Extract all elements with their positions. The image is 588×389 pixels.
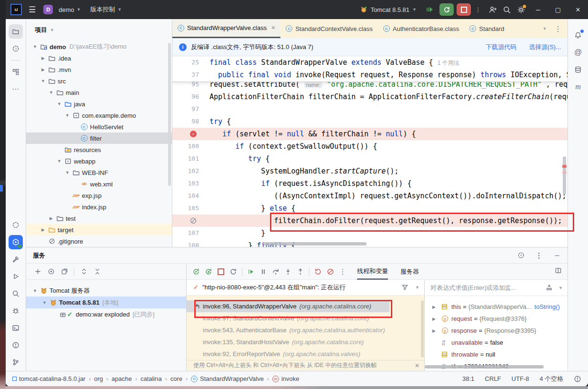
chevron-down-icon[interactable]: ▼ [415, 285, 419, 290]
tab-standardhostvalve-class[interactable]: CStandardHostValve.class [464, 19, 505, 38]
project-tree-item-webapp[interactable]: ▼webapp [26, 155, 172, 167]
tab-standardwrappervalve-class[interactable]: CStandardWrapperValve.class✕ [172, 19, 280, 38]
refresh-button[interactable] [228, 266, 239, 277]
line-number[interactable]: 102 [172, 165, 199, 177]
breadcrumb-standardwrappervalve[interactable]: CStandardWrapperValve [191, 375, 264, 382]
line-number[interactable]: 25 [172, 56, 199, 69]
code-area[interactable]: 95request.setAttribute( name: "org.apach… [172, 56, 568, 247]
filter-icon[interactable] [401, 284, 409, 291]
step-out-button[interactable] [295, 266, 306, 277]
resume-button[interactable] [245, 266, 257, 277]
service-tomcat-服务器[interactable]: ▼Tomcat 服务器 [26, 285, 186, 297]
breadcrumb-core[interactable]: core [170, 375, 182, 382]
main-menu-icon[interactable]: ☰ [29, 5, 36, 15]
settings-icon[interactable] [514, 3, 528, 16]
project-widget[interactable]: D demo ▼ [43, 5, 80, 14]
open-in-new-tab-button[interactable] [59, 266, 70, 277]
line-number[interactable]: 100 [172, 140, 199, 153]
expand-all-button[interactable] [78, 266, 90, 277]
project-tree-item-com-example-demo[interactable]: ▼com.example.demo [26, 110, 172, 121]
search-icon[interactable] [499, 3, 514, 16]
code-line-37[interactable]: 37 public final void invoke(Request requ… [172, 69, 568, 81]
project-tree-item-java[interactable]: ▼java [26, 98, 172, 110]
editor-horizontal-scrollbar[interactable] [263, 242, 367, 246]
chevron-open-icon[interactable]: ▼ [47, 90, 55, 95]
tool-project-folder[interactable] [9, 24, 23, 39]
project-tree-item-src[interactable]: ▼src [26, 75, 172, 87]
minimize-icon[interactable]: ─ [551, 250, 563, 261]
project-tree-item-web-inf[interactable]: ▼WEB-INF [26, 167, 172, 178]
frame-invoke-92-errorreportvalve[interactable]: invoke:92, ErrorReportValve (org.apache.… [187, 348, 424, 360]
chevron-open-icon[interactable]: ▼ [55, 102, 63, 106]
chevron-closed-icon[interactable]: ▶ [432, 328, 442, 333]
frame-invoke-97-standardcontextvalve[interactable]: invoke:97, StandardContextValve (org.apa… [187, 312, 424, 324]
line-number[interactable]: 104 [172, 190, 199, 202]
view-options-button[interactable] [45, 266, 57, 277]
editor-vertical-scrollbar[interactable] [563, 156, 566, 194]
muted-breakpoint-icon[interactable] [190, 217, 197, 224]
rerun-debug-button[interactable] [203, 266, 214, 277]
tool-more-horizontal[interactable]: ⋯ [9, 82, 23, 96]
pause-button[interactable] [258, 266, 269, 277]
run-config-widget[interactable]: Tomcat 8.5.81 ▼ [360, 6, 417, 13]
code-line-97[interactable]: 97 [172, 103, 568, 115]
code-line-96[interactable]: 96ApplicationFilterChain filterChain = A… [172, 91, 568, 103]
variable-request[interactable]: ▶prequest={Request@3376} [425, 313, 568, 325]
error-stripe-mark[interactable] [562, 172, 567, 174]
line-number[interactable]: 108 [172, 239, 199, 247]
tool-run[interactable] [9, 269, 23, 284]
project-tree-item-main[interactable]: ▼main [26, 87, 172, 98]
breakpoint-icon[interactable]: ✓ [190, 131, 197, 137]
chevron-closed-icon[interactable]: ▶ [47, 216, 55, 221]
frame-invoke-96-standardwrappervalve[interactable]: invoke:96, StandardWrapperValve (org.apa… [187, 300, 424, 312]
project-tree-item-mvn[interactable]: ▶.mvn [26, 64, 172, 75]
project-tree-item-exp-jsp[interactable]: JSPexp.jsp [26, 190, 172, 201]
project-tree-item-demo[interactable]: ▼demoD:\javaEE练习\demo [26, 41, 172, 52]
code-line-106[interactable]: filterChain.doFilter(request.getRequest(… [172, 215, 568, 227]
choose-sources-link[interactable]: 选择源(S)... [529, 43, 561, 51]
tostring-link[interactable]: toString() [534, 303, 559, 310]
line-number[interactable]: 98 [172, 115, 199, 128]
thread-row[interactable]: ✓ "http-nio-8080-exec-5"@2,443 在组"main":… [187, 280, 424, 296]
chevron-closed-icon[interactable]: ▶ [432, 305, 442, 309]
collapse-all-button[interactable] [91, 266, 103, 277]
close-tab-icon[interactable]: ✕ [271, 25, 275, 31]
tool-services[interactable] [9, 235, 23, 249]
tab-authenticatorbase-class[interactable]: CAuthenticatorBase.class [378, 19, 464, 38]
breadcrumb-tomcat-catalina-8-5-0-jar[interactable]: tomcat-catalina-8.5.0.jar [12, 375, 85, 382]
status-38-1[interactable]: 38:1 [462, 375, 474, 382]
tool-database[interactable] [571, 62, 585, 77]
code-line-100[interactable]: 100 if (context.getSwallowOutput()) { [172, 140, 568, 153]
close-icon[interactable]: ✕ [415, 362, 419, 369]
tool-problems[interactable] [9, 338, 23, 352]
variable-throwable[interactable]: throwable=null [425, 348, 568, 360]
chevron-open-icon[interactable]: ▼ [40, 300, 49, 305]
close-button[interactable]: ✕ [568, 0, 588, 19]
variable-this[interactable]: ▶this={StandardWrapperVa...toString() [425, 301, 568, 313]
project-tree-item-gitignore[interactable]: .gitignore [26, 235, 172, 247]
code-line-99[interactable]: ✓ if (servlet != null && filterChain != … [172, 128, 568, 140]
tool-notifications[interactable] [571, 28, 585, 42]
status-4-个空格[interactable]: 4 个空格 [539, 375, 563, 383]
service-tomcat-8-5-81[interactable]: ▼Tomcat 8.5.81[本地] [26, 297, 186, 308]
chevron-open-icon[interactable]: ▼ [55, 159, 63, 164]
tabs-dropdown-icon[interactable]: ▼ [539, 23, 550, 34]
rerun-debug-button[interactable] [439, 3, 454, 16]
minimize-button[interactable]: ─ [528, 0, 548, 19]
project-panel-header[interactable]: 项目 ▼ [26, 19, 172, 41]
inspection-status-icon[interactable] [574, 375, 581, 383]
status-utf-8[interactable]: UTF-8 [511, 375, 529, 382]
tool-structure[interactable] [9, 65, 23, 79]
debug-listen-icon[interactable] [422, 3, 437, 16]
code-line-108[interactable]: 108 } finally { [172, 239, 568, 247]
more-vertical-button[interactable]: ⋮ [337, 266, 349, 277]
stop-button[interactable] [215, 266, 227, 277]
chevron-closed-icon[interactable]: ▶ [39, 56, 47, 61]
project-tree-item-index-jsp[interactable]: JSPindex.jsp [26, 201, 172, 213]
service-demo-war-exploded[interactable]: ✓demo:war exploded[已同步] [26, 308, 186, 320]
project-scrollbar[interactable] [168, 43, 171, 186]
download-sources-link[interactable]: 下载源代码 [486, 43, 517, 51]
tool-learn[interactable]: ? [9, 41, 23, 56]
tool-commit[interactable] [9, 218, 23, 232]
code-line-101[interactable]: 101 try { [172, 153, 568, 165]
